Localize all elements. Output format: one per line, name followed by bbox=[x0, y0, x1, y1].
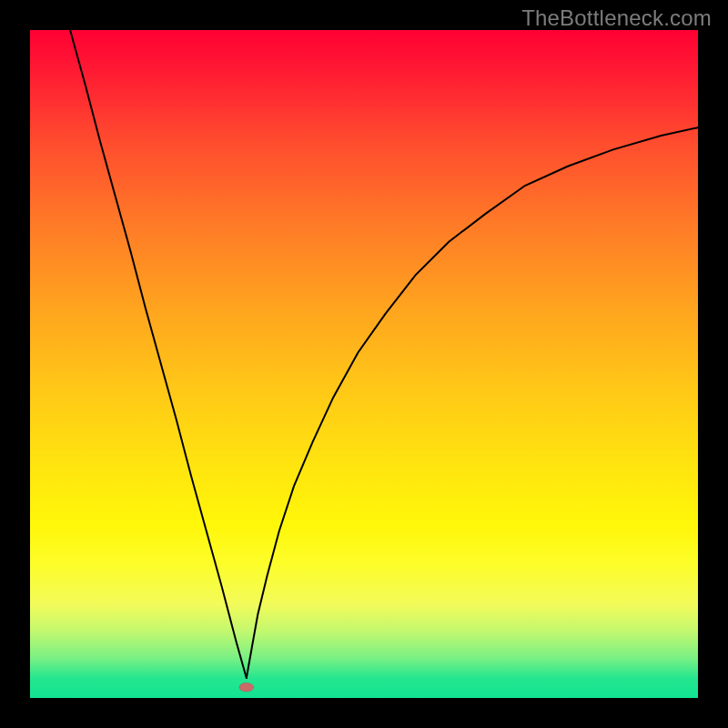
minimum-marker bbox=[239, 682, 254, 692]
curve-left bbox=[70, 30, 247, 678]
chart-frame: TheBottleneck.com bbox=[0, 0, 728, 728]
curve-layer bbox=[30, 30, 698, 698]
plot-area bbox=[30, 30, 698, 698]
curve-right bbox=[247, 127, 698, 678]
watermark-text: TheBottleneck.com bbox=[521, 5, 712, 31]
